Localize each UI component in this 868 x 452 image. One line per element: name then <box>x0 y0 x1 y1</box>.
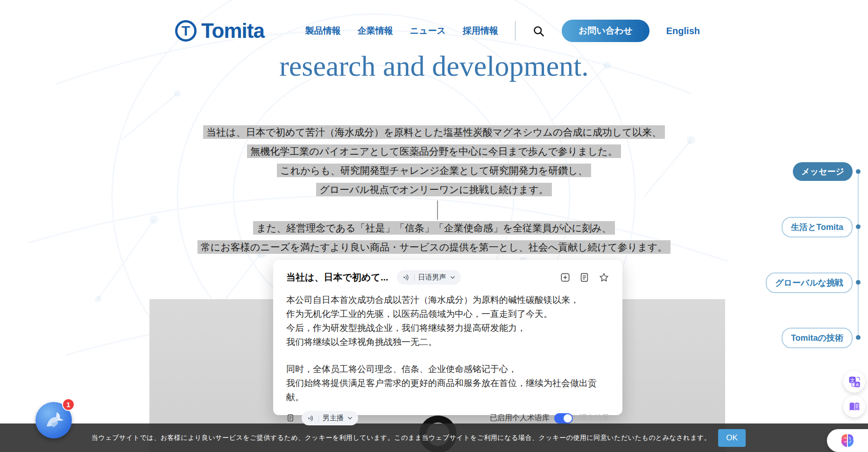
dictionary-tool-button[interactable] <box>843 395 865 417</box>
section-nav-item-message[interactable]: メッセージ <box>793 162 853 181</box>
message-paragraph-1: 当社は、日本で初めて苦汁（海水成分）を原料とした塩基性炭酸マグネシウムの合成に成… <box>0 122 868 199</box>
popup-actions <box>560 272 609 283</box>
translated-line: 今后，作为研发型挑战企业，我们将继续努力提高研发能力， <box>286 321 613 335</box>
paragraph-divider <box>437 201 438 220</box>
translated-line: 作为无机化学工业的先驱，以医药品领域为中心，一直走到了今天。 <box>286 307 613 321</box>
chevron-down-icon <box>347 416 353 420</box>
nav-link-products[interactable]: 製品情報 <box>305 25 341 37</box>
svg-text:A: A <box>855 382 859 387</box>
reader-voice-dropdown[interactable]: 男主播 <box>302 411 358 425</box>
notification-badge: 1 <box>62 398 75 411</box>
translation-popup-header: 当社は、日本で初めて... 日语男声 <box>286 270 609 285</box>
bird-assistant-widget[interactable]: 1 <box>35 402 72 438</box>
translated-line: 我们将继续以全球视角挑战独一无二。 <box>286 335 613 349</box>
bird-icon <box>42 408 66 432</box>
translate-tool-button[interactable]: 文 A <box>843 371 865 393</box>
ai-assistant-pill[interactable] <box>827 429 868 452</box>
cookie-banner: 当ウェブサイトでは、お客様により良いサービスをご提供するため、クッキーを利用して… <box>0 423 868 452</box>
source-voice-dropdown[interactable]: 日语男声 <box>397 270 461 285</box>
result-label: 译文结果 <box>579 413 609 423</box>
chevron-down-icon <box>450 276 455 280</box>
logo-initial: T <box>182 24 190 38</box>
nav-link-careers[interactable]: 採用情報 <box>463 25 498 37</box>
translated-line: 本公司自日本首次成功合成以苦汁（海水成分）为原料的碱性碳酸镁以来， <box>286 293 613 307</box>
source-voice-label: 日语男声 <box>418 273 446 282</box>
speaker-icon <box>402 273 410 281</box>
logo-wordmark: Tomita <box>201 19 264 43</box>
nav-link-company[interactable]: 企業情報 <box>358 25 393 37</box>
highlighted-line: また、経営理念である「社是」「信条」「企業使命感」を全従業員が心に刻み、 <box>253 221 614 235</box>
book-icon <box>848 401 861 413</box>
speaker-icon <box>307 415 315 422</box>
site-header: T Tomita 製品情報 企業情報 ニュース 採用情報 お問い合わせ Engl… <box>175 18 700 44</box>
language-link-english[interactable]: English <box>666 26 700 36</box>
page-title: research and development. <box>0 50 868 83</box>
cookie-message: 当ウェブサイトでは、お客様により良いサービスをご提供するため、クッキーを利用して… <box>92 434 711 442</box>
section-nav-item-tomita-technology[interactable]: Tomitaの技術 <box>782 328 853 348</box>
message-paragraph-2: また、経営理念である「社是」「信条」「企業使命感」を全従業員が心に刻み、 常にお… <box>0 218 868 257</box>
reader-voice-label: 男主播 <box>323 414 344 423</box>
pill-divider <box>318 415 319 422</box>
translation-popup-footer: 男主播 已启用个人术语库 译文结果 <box>286 411 609 425</box>
tomita-logo-icon: T <box>175 20 197 42</box>
highlighted-line: 無機化学工業のパイオニアとして医薬品分野を中心に今日まで歩んで参りました。 <box>247 144 621 158</box>
page: T Tomita 製品情報 企業情報 ニュース 採用情報 お問い合わせ Engl… <box>0 0 868 452</box>
highlighted-line: 当社は、日本で初めて苦汁（海水成分）を原料とした塩基性炭酸マグネシウムの合成に成… <box>203 125 665 139</box>
transcript-icon[interactable] <box>579 273 589 282</box>
add-to-glossary-icon[interactable] <box>560 273 570 282</box>
translated-text: 本公司自日本首次成功合成以苦汁（海水成分）为原料的碱性碳酸镁以来， 作为无机化学… <box>286 293 613 404</box>
section-nav-item-global-challenge[interactable]: グローバルな挑戦 <box>766 273 853 293</box>
tomita-logo[interactable]: T Tomita <box>175 19 264 43</box>
translate-icon: 文 A <box>848 376 861 388</box>
pill-divider <box>414 274 415 281</box>
highlighted-line: 常にお客様のニーズを満たすより良い商品・サービスの提供を第一とし、社会へ貢献し続… <box>198 240 670 254</box>
translation-popup: 当社は、日本で初めて... 日语男声 <box>273 260 622 415</box>
svg-text:文: 文 <box>850 377 854 382</box>
main-nav: 製品情報 企業情報 ニュース 採用情報 お問い合わせ English <box>305 20 700 42</box>
highlighted-line: これからも、研究開発型チャレンジ企業として研究開発力を研鑽し、 <box>277 164 591 177</box>
paragraph-gap <box>286 349 613 362</box>
glossary-status-label: 已启用个人术语库 <box>490 413 550 423</box>
popup-title: 当社は、日本で初めて... <box>286 271 388 284</box>
translated-line: 同时，全体员工将公司理念、信条、企业使命感铭记于心， <box>286 362 613 376</box>
header-divider <box>515 21 515 41</box>
search-icon[interactable] <box>532 25 545 37</box>
brain-icon <box>839 432 856 450</box>
cookie-ok-button[interactable]: OK <box>718 429 746 447</box>
contact-button[interactable]: お問い合わせ <box>562 20 649 42</box>
nav-link-news[interactable]: ニュース <box>410 25 446 37</box>
glossary-toggle[interactable] <box>554 413 573 423</box>
translated-line: 我们始终将提供满足客户需求的更好的商品和服务放在首位，继续为社会做出贡献。 <box>286 376 613 404</box>
highlighted-line: グローバル視点でオンリーワンに挑戦し続けます。 <box>316 183 551 196</box>
favorite-star-icon[interactable] <box>599 272 609 283</box>
copy-document-icon[interactable] <box>286 414 295 423</box>
section-nav-item-life-and-tomita[interactable]: 生活とTomita <box>782 217 853 237</box>
